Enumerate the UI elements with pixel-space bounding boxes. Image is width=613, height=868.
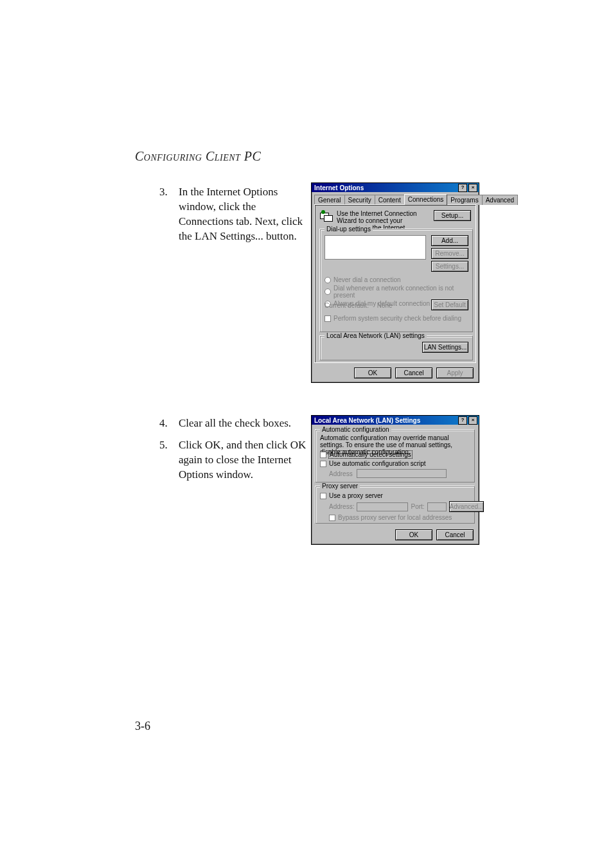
internet-options-titlebar: Internet Options ? × — [312, 183, 479, 192]
auto-config-group: Automatic configuration Automatic config… — [315, 430, 475, 483]
proxy-address-input — [357, 502, 408, 511]
auto-address-label: Address — [329, 470, 353, 477]
use-proxy-label: Use a proxy server — [329, 492, 383, 499]
dialup-list[interactable] — [324, 235, 426, 260]
auto-config-group-label: Automatic configuration — [320, 426, 391, 433]
connection-wizard-icon — [320, 210, 333, 222]
add-button[interactable]: Add... — [431, 235, 468, 246]
help-icon[interactable]: ? — [458, 416, 467, 425]
step-3-number: 3. — [159, 185, 179, 244]
lan-settings-dialog: Local Area Network (LAN) Settings ? × Au… — [311, 415, 479, 545]
page: Configuring Client PC 3. In the Internet… — [0, 0, 613, 868]
ok-button[interactable]: OK — [354, 368, 391, 378]
tab-connections[interactable]: Connections — [404, 194, 448, 205]
connections-tab-body: Use the Internet Connection Wizard to co… — [314, 204, 476, 363]
step-4-number: 4. — [159, 416, 179, 431]
remove-button: Remove... — [431, 248, 468, 259]
current-default-value: None — [377, 302, 393, 309]
set-default-button: Set Default — [431, 299, 468, 310]
setup-button[interactable]: Setup... — [434, 210, 471, 221]
proxy-port-label: Port: — [411, 503, 424, 510]
proxy-group-label: Proxy server — [320, 483, 360, 490]
current-default-label: Current default: — [324, 302, 369, 309]
internet-options-button-row: OK Cancel Apply — [354, 368, 474, 378]
proxy-group: Proxy server Use a proxy server Address:… — [315, 486, 475, 524]
cancel-button[interactable]: Cancel — [395, 368, 432, 378]
dialup-group-label: Dial-up settings — [324, 226, 373, 233]
radio-never-dial: Never dial a connection — [324, 276, 466, 283]
ok-button[interactable]: OK — [395, 529, 432, 540]
auto-detect-checkbox[interactable]: Automatically detect settings — [320, 451, 412, 458]
proxy-port-input — [427, 502, 447, 511]
lan-group-label: Local Area Network (LAN) settings — [324, 332, 427, 339]
section-title: Configuring Client PC — [135, 149, 261, 164]
auto-detect-label: Automatically detect settings — [329, 451, 412, 458]
step-5: 5. Click OK, and then click OK again to … — [159, 438, 307, 483]
radio-dial-when-label: Dial whenever a network connection is no… — [333, 285, 466, 299]
settings-button: Settings... — [431, 261, 468, 272]
bypass-local-label: Bypass proxy server for local addresses — [338, 514, 452, 521]
step-5-number: 5. — [159, 438, 179, 483]
radio-never-dial-label: Never dial a connection — [333, 276, 401, 283]
tab-security[interactable]: Security — [344, 195, 375, 205]
internet-options-title: Internet Options — [313, 184, 457, 191]
dialup-group: Dial-up settings Add... Remove... Settin… — [320, 229, 473, 332]
perform-security-check: Perform system security check before dia… — [324, 315, 461, 322]
tab-advanced[interactable]: Advanced — [482, 195, 518, 205]
proxy-address-label: Address: — [329, 503, 354, 510]
lan-settings-titlebar: Local Area Network (LAN) Settings ? × — [312, 416, 479, 425]
step-4-text: Clear all the check boxes. — [179, 416, 307, 431]
apply-button: Apply — [436, 368, 474, 378]
close-icon[interactable]: × — [468, 416, 477, 425]
bypass-local-checkbox: Bypass proxy server for local addresses — [329, 514, 452, 521]
step-3-text: In the Internet Options window, click th… — [179, 185, 307, 244]
internet-options-dialog: Internet Options ? × General Security Co… — [311, 182, 479, 383]
page-number: 3-6 — [135, 720, 150, 733]
lan-group: Local Area Network (LAN) settings LAN Se… — [320, 336, 473, 360]
auto-script-checkbox[interactable]: Use automatic configuration script — [320, 460, 426, 467]
step-4: 4. Clear all the check boxes. — [159, 416, 307, 431]
proxy-advanced-button: Advanced... — [449, 501, 484, 512]
tab-content[interactable]: Content — [375, 195, 405, 205]
radio-dial-when: Dial whenever a network connection is no… — [324, 285, 466, 299]
help-icon[interactable]: ? — [458, 184, 467, 192]
lan-settings-title: Local Area Network (LAN) Settings — [313, 417, 457, 424]
perform-security-check-label: Perform system security check before dia… — [333, 315, 461, 322]
auto-address-input — [357, 469, 447, 478]
use-proxy-checkbox[interactable]: Use a proxy server — [320, 492, 383, 499]
internet-options-tabs: General Security Content Connections Pro… — [314, 195, 517, 205]
lan-settings-button[interactable]: LAN Settings... — [422, 342, 468, 353]
cancel-button[interactable]: Cancel — [436, 529, 474, 540]
auto-script-label: Use automatic configuration script — [329, 460, 426, 467]
close-icon[interactable]: × — [468, 184, 477, 192]
lan-settings-button-row: OK Cancel — [395, 529, 474, 540]
step-3: 3. In the Internet Options window, click… — [159, 185, 307, 244]
tab-general[interactable]: General — [314, 195, 345, 205]
tab-programs[interactable]: Programs — [447, 195, 482, 205]
step-5-text: Click OK, and then click OK again to clo… — [179, 438, 307, 483]
